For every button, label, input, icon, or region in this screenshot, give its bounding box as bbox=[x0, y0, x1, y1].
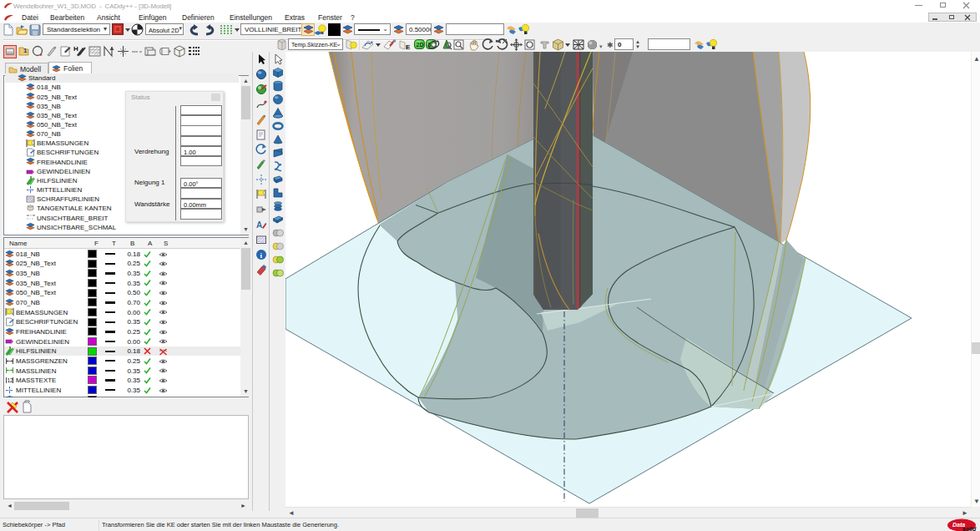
svg-text:12: 12 bbox=[8, 377, 14, 383]
svg-text:solid: solid bbox=[962, 526, 977, 531]
svg-text:A: A bbox=[256, 220, 262, 230]
svg-text:E: E bbox=[406, 43, 411, 50]
